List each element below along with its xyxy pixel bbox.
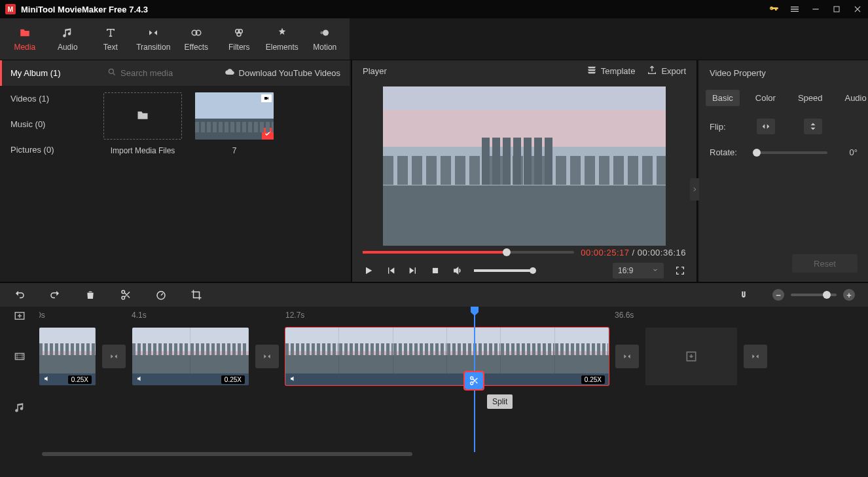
audio-track[interactable] — [39, 388, 868, 427]
import-media-card[interactable]: Import Media Files — [103, 92, 182, 155]
tab-elements[interactable]: Elements — [261, 18, 303, 60]
add-track-button[interactable] — [0, 307, 39, 325]
timeline-clip[interactable]: 0.25X — [285, 328, 609, 385]
stop-button[interactable] — [429, 265, 441, 277]
video-track[interactable]: 0.25X 0.25X 0.25X — [39, 325, 868, 388]
prev-frame-button[interactable] — [385, 265, 397, 277]
undo-button[interactable] — [13, 288, 26, 301]
seek-slider[interactable] — [363, 251, 574, 254]
template-icon — [587, 65, 597, 77]
close-button[interactable] — [852, 4, 863, 14]
rotate-value: 0° — [835, 147, 858, 157]
search-media[interactable] — [107, 67, 219, 79]
drop-media-slot[interactable] — [645, 328, 737, 385]
tab-filters[interactable]: Filters — [219, 18, 261, 60]
upgrade-key-icon[interactable] — [769, 4, 779, 14]
clip-audio-icon — [289, 375, 297, 384]
player-controls: 16:9 — [352, 259, 696, 282]
transition-slot[interactable] — [255, 345, 279, 368]
timeline-scrollbar[interactable] — [42, 451, 865, 457]
snap-toggle[interactable] — [737, 288, 750, 301]
prop-tab-audio[interactable]: Audio — [838, 90, 868, 106]
svg-point-7 — [321, 31, 324, 34]
media-clip[interactable]: 7 — [195, 92, 274, 155]
svg-rect-0 — [834, 7, 839, 12]
prop-tab-speed[interactable]: Speed — [791, 90, 829, 106]
collapse-property-button[interactable] — [690, 178, 699, 200]
next-frame-button[interactable] — [407, 265, 419, 277]
zoom-out-button[interactable]: − — [772, 289, 784, 301]
search-input[interactable] — [120, 68, 219, 78]
folder-icon — [135, 109, 151, 124]
library-music[interactable]: Music (0) — [0, 111, 98, 137]
video-track-icon — [0, 325, 39, 388]
tab-audio[interactable]: Audio — [47, 18, 89, 60]
titlebar: M MiniTool MovieMaker Free 7.4.3 — [0, 0, 868, 18]
transition-slot[interactable] — [615, 345, 639, 368]
elements-icon — [276, 27, 288, 39]
template-button[interactable]: Template — [587, 65, 636, 77]
app-title: MiniTool MovieMaker Free 7.4.3 — [21, 5, 769, 14]
crop-button[interactable] — [190, 288, 203, 301]
maximize-button[interactable] — [831, 4, 842, 14]
delete-button[interactable] — [84, 288, 97, 301]
tab-motion[interactable]: Motion — [304, 18, 346, 60]
tab-effects[interactable]: Effects — [175, 18, 217, 60]
tab-media[interactable]: Media — [4, 18, 46, 60]
prop-tab-basic[interactable]: Basic — [706, 90, 740, 106]
flip-vertical-button[interactable] — [804, 119, 822, 134]
flip-label: Flip: — [710, 122, 749, 132]
svg-point-8 — [109, 69, 113, 73]
property-tabs: Basic Color Speed Audio — [699, 86, 868, 109]
timeline-clip[interactable]: 0.25X — [132, 328, 249, 385]
property-panel: Video Property Basic Color Speed Audio F… — [699, 60, 868, 282]
timeline-clip[interactable]: 0.25X — [39, 328, 96, 385]
speed-button[interactable] — [154, 288, 168, 301]
volume-slider[interactable] — [474, 269, 533, 272]
redo-button[interactable] — [48, 288, 62, 301]
library-videos[interactable]: Videos (1) — [0, 86, 98, 111]
clip-speed-badge: 0.25X — [68, 375, 92, 384]
zoom-slider[interactable] — [791, 294, 837, 296]
library-pictures[interactable]: Pictures (0) — [0, 137, 98, 162]
transition-slot[interactable] — [744, 345, 767, 368]
library-my-album[interactable]: My Album (1) — [0, 60, 98, 86]
app-logo: M — [5, 4, 16, 14]
rotate-slider[interactable] — [757, 151, 827, 154]
text-icon — [105, 27, 117, 39]
cloud-download-icon — [225, 67, 235, 79]
flip-horizontal-button[interactable] — [757, 119, 775, 134]
zoom-in-button[interactable]: + — [843, 289, 855, 301]
prop-tab-color[interactable]: Color — [749, 90, 782, 106]
export-button[interactable]: Export — [647, 65, 686, 77]
chevron-down-icon — [652, 266, 659, 275]
tab-transition[interactable]: Transition — [133, 18, 175, 60]
flip-row: Flip: — [710, 119, 858, 134]
timeline: 0s 4.1s 12.7s 36.6s 0.25X 0.25X — [0, 307, 868, 459]
player-viewport[interactable] — [383, 86, 666, 246]
filters-icon — [233, 27, 245, 39]
volume-button[interactable] — [452, 265, 463, 277]
reset-button[interactable]: Reset — [792, 254, 858, 273]
import-label: Import Media Files — [111, 146, 175, 155]
timeline-body[interactable]: 0s 4.1s 12.7s 36.6s 0.25X 0.25X — [39, 307, 868, 459]
download-youtube[interactable]: Download YouTube Videos — [225, 67, 340, 79]
timeline-ruler[interactable]: 0s 4.1s 12.7s 36.6s — [39, 307, 868, 325]
menu-icon[interactable] — [789, 4, 800, 14]
main-tabs: Media Audio Text Transition Effects Filt… — [0, 18, 350, 60]
split-at-playhead-button[interactable] — [465, 372, 483, 389]
aspect-ratio-select[interactable]: 16:9 — [613, 263, 664, 278]
svg-rect-12 — [15, 353, 24, 359]
transition-slot[interactable] — [102, 345, 126, 368]
play-button[interactable] — [363, 265, 374, 277]
player-timecode: 00:00:25:17 / 00:00:36:16 — [581, 248, 686, 258]
timeline-gutter — [0, 307, 39, 459]
minimize-button[interactable] — [810, 4, 821, 14]
clip-speed-badge: 0.25X — [581, 375, 605, 384]
library-rail: My Album (1) Videos (1) Music (0) Pictur… — [0, 60, 98, 282]
split-button[interactable] — [119, 288, 132, 301]
fullscreen-button[interactable] — [674, 265, 686, 277]
tab-text[interactable]: Text — [90, 18, 132, 60]
clip-speed-badge: 0.25X — [221, 375, 245, 384]
tab-label: Audio — [58, 43, 78, 52]
